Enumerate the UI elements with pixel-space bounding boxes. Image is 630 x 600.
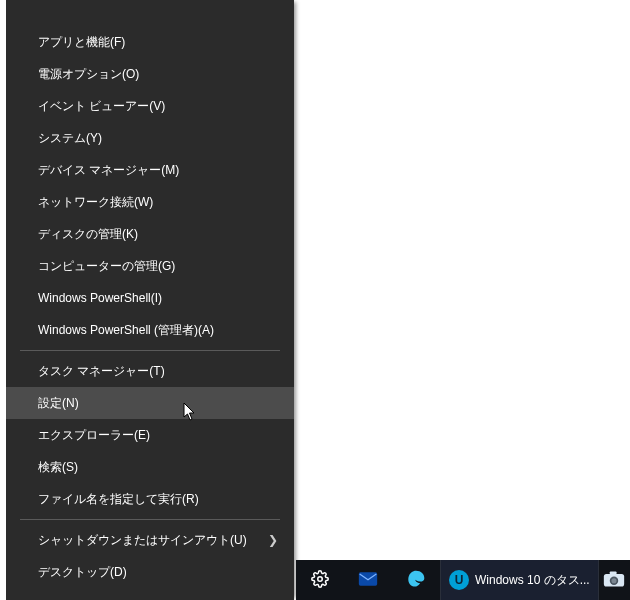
taskbar-edge-button[interactable] [392,560,440,600]
menu-separator [20,350,280,351]
menu-item-label: アプリと機能(F) [38,34,125,51]
menu-file-explorer[interactable]: エクスプローラー(E) [6,419,294,451]
menu-device-manager[interactable]: デバイス マネージャー(M) [6,154,294,186]
camera-icon [603,570,625,591]
menu-item-label: コンピューターの管理(G) [38,258,175,275]
svg-rect-3 [609,571,616,575]
taskbar-app-label: Windows 10 のタス... [475,572,590,589]
menu-apps-and-features[interactable]: アプリと機能(F) [6,26,294,58]
edge-icon [406,569,426,592]
menu-item-label: デバイス マネージャー(M) [38,162,179,179]
menu-disk-management[interactable]: ディスクの管理(K) [6,218,294,250]
menu-powershell-admin[interactable]: Windows PowerShell (管理者)(A) [6,314,294,346]
taskbar: U Windows 10 のタス... [296,560,630,600]
chevron-right-icon: ❯ [268,533,278,547]
menu-item-label: Windows PowerShell (管理者)(A) [38,322,214,339]
mail-icon [358,571,378,590]
menu-item-label: ファイル名を指定して実行(R) [38,491,199,508]
menu-separator [20,519,280,520]
menu-item-label: イベント ビューアー(V) [38,98,165,115]
menu-item-label: 電源オプション(O) [38,66,139,83]
menu-desktop[interactable]: デスクトップ(D) [6,556,294,588]
taskbar-mail-button[interactable] [344,560,392,600]
taskbar-app-button[interactable]: U Windows 10 のタス... [441,560,598,600]
app-badge-letter: U [455,573,464,587]
menu-system[interactable]: システム(Y) [6,122,294,154]
svg-point-5 [611,578,616,583]
menu-task-manager[interactable]: タスク マネージャー(T) [6,355,294,387]
menu-item-label: エクスプローラー(E) [38,427,150,444]
menu-item-label: Windows PowerShell(I) [38,291,162,305]
app-badge-icon: U [449,570,469,590]
menu-item-label: ネットワーク接続(W) [38,194,153,211]
menu-item-label: ディスクの管理(K) [38,226,138,243]
menu-item-label: 設定(N) [38,395,79,412]
menu-network-connections[interactable]: ネットワーク接続(W) [6,186,294,218]
menu-shutdown-signout[interactable]: シャットダウンまたはサインアウト(U)❯ [6,524,294,556]
menu-computer-management[interactable]: コンピューターの管理(G) [6,250,294,282]
svg-rect-1 [359,572,377,585]
menu-item-label: シャットダウンまたはサインアウト(U) [38,532,247,549]
menu-power-options[interactable]: 電源オプション(O) [6,58,294,90]
menu-item-label: 検索(S) [38,459,78,476]
menu-search[interactable]: 検索(S) [6,451,294,483]
svg-point-0 [318,576,323,581]
gear-icon [311,570,329,591]
menu-item-label: システム(Y) [38,130,102,147]
menu-item-label: タスク マネージャー(T) [38,363,165,380]
winx-context-menu: アプリと機能(F)電源オプション(O)イベント ビューアー(V)システム(Y)デ… [6,0,294,600]
taskbar-settings-button[interactable] [296,560,344,600]
menu-run[interactable]: ファイル名を指定して実行(R) [6,483,294,515]
menu-event-viewer[interactable]: イベント ビューアー(V) [6,90,294,122]
menu-item-label: デスクトップ(D) [38,564,127,581]
menu-settings[interactable]: 設定(N) [6,387,294,419]
taskbar-snipping-button[interactable] [599,560,629,600]
menu-powershell[interactable]: Windows PowerShell(I) [6,282,294,314]
desktop: アプリと機能(F)電源オプション(O)イベント ビューアー(V)システム(Y)デ… [0,0,630,600]
